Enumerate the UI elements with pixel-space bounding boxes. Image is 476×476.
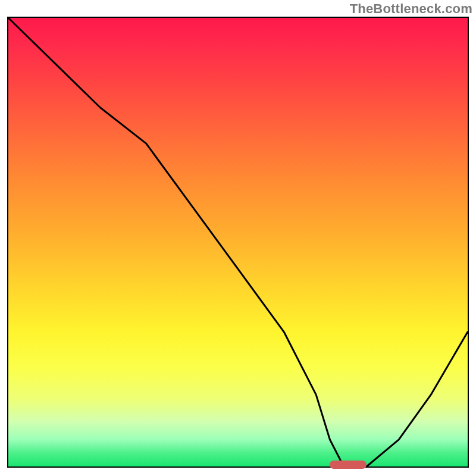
chart-plot-area [7,17,469,468]
chart-line-series [8,18,468,466]
highlight-marker [330,461,367,469]
watermark-text: TheBottleneck.com [350,1,472,17]
line-curve [8,18,468,466]
